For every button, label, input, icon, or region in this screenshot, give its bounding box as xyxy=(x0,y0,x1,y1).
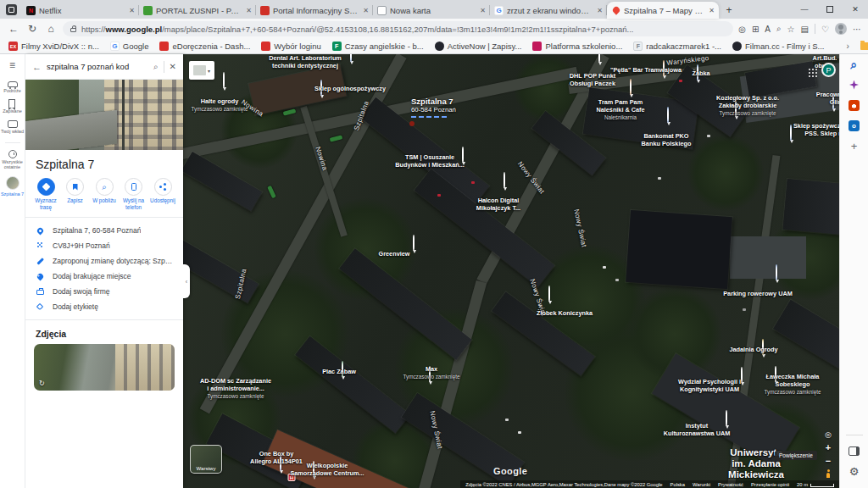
account-avatar[interactable]: P xyxy=(821,63,836,77)
street-view-photo[interactable] xyxy=(25,80,183,150)
search-icon[interactable]: ⌕ xyxy=(153,62,159,72)
search-back-icon[interactable]: ← xyxy=(32,62,42,72)
poi-label-dhl-pop-punkt[interactable]: DHL POP PunktObsługi Paczek xyxy=(570,73,615,88)
bookmark-item[interactable]: Filman.cc - Filmy i S... xyxy=(732,42,824,51)
poi-label-plac-zabaw[interactable]: Plac Zabaw xyxy=(322,369,356,376)
poi-label-laweczka-sobeskiego[interactable]: Ławeczka MichałaSobeskiegoTymczasowo zam… xyxy=(765,374,821,395)
poi-label-pracownia-ceramiczna[interactable]: Pracownia ceramicznaGliniana Kula xyxy=(816,92,839,107)
action-nearby[interactable]: ⌕W pobliżu xyxy=(91,178,118,210)
copilot-button[interactable] xyxy=(845,76,864,93)
add-to-sidebar-button[interactable]: + xyxy=(845,137,864,154)
poi-label-kozieglowy[interactable]: Koziegłowy Sp. z o.o.Zakłady drobiarskie… xyxy=(716,95,779,116)
poi-pin-parking-rowerowy-uam[interactable] xyxy=(776,265,779,285)
url-field[interactable]: https://www.google.pl/maps/place/Szpital… xyxy=(63,21,733,36)
zoom-icon[interactable]: ⌕ xyxy=(776,24,782,34)
tab-close-icon[interactable]: ✕ xyxy=(480,7,486,14)
minimize-button[interactable]: — xyxy=(792,5,817,14)
tab-actions-menu-button[interactable] xyxy=(0,0,22,19)
bookmark-item[interactable]: Wybór loginu xyxy=(261,42,320,51)
bookmarks-overflow-icon[interactable]: › xyxy=(846,42,849,51)
action-directions[interactable]: Wyznacz trasę xyxy=(32,178,59,210)
rail-item-contrib[interactable]: Twój wkład xyxy=(1,120,24,134)
poi-label-instytut-kulturoznawstwa[interactable]: InstytutKulturoznawstwa UAM xyxy=(664,423,731,438)
poi-label-zabka[interactable]: Żabka xyxy=(692,70,709,78)
poi-pin-dental-art[interactable] xyxy=(350,54,353,66)
poi-label-tram-pam-pam[interactable]: Tram Pam PamNaleśniki & CafeNaleśnikarni… xyxy=(596,99,644,120)
bookmark-item[interactable]: Platforma szkolenio... xyxy=(532,42,622,51)
attribution-link[interactable]: Warunki xyxy=(693,482,710,487)
zoom-in-button[interactable]: + xyxy=(821,442,836,452)
poi-label-jadalnia-ogrody[interactable]: Jadalnia Ogrody xyxy=(729,347,777,354)
browser-tab[interactable]: Portal Informacyjny Sądu✕ xyxy=(256,2,373,19)
poi-label-spolem-pss[interactable]: Sklep spożywczy SpołemPSS. Sklep nr 190 xyxy=(793,123,839,138)
bookmark-item[interactable]: EXFilmy XviD/DivX :: n... xyxy=(8,42,99,51)
bookmark-item[interactable]: Fradcakaczmarek1 -... xyxy=(633,42,721,51)
rail-item-recent[interactable]: Wszystkie ostatnie xyxy=(0,150,25,170)
open-sidebar-panel-button[interactable] xyxy=(845,442,864,459)
action-share[interactable]: Udostępnij xyxy=(149,178,176,210)
poi-label-max[interactable]: MaxTymczasowo zamknięte xyxy=(403,366,460,380)
bookmark-item[interactable]: FCzasy angielskie - b... xyxy=(332,42,424,51)
detail-row[interactable]: Dodaj etykietę xyxy=(25,299,183,314)
zoom-out-button[interactable]: − xyxy=(821,456,836,466)
poi-pin-halte-ogrody[interactable] xyxy=(223,73,226,92)
bookmark-item[interactable]: eDoręczenia - Dash... xyxy=(159,42,250,51)
attribution-link[interactable]: Prywatność xyxy=(718,482,743,487)
tab-close-icon[interactable]: ✕ xyxy=(363,7,369,14)
rail-recent-place[interactable]: Szpitalna 7 xyxy=(1,176,24,197)
place-photo-thumbnail[interactable]: ↻ xyxy=(34,344,175,391)
search-clear-icon[interactable]: ✕ xyxy=(170,62,176,71)
bookmark-item[interactable]: ActiveNow | Zapisy... xyxy=(435,42,522,51)
refresh-icon[interactable]: ↻ xyxy=(25,23,39,35)
other-favorites-button[interactable]: Inne ulubione xyxy=(860,42,868,51)
detail-row[interactable]: Zaproponuj zmianę dotyczącą: Szpitalna 7 xyxy=(25,253,183,269)
back-icon[interactable]: ← xyxy=(7,23,20,35)
poi-label-zlobek-koniczynka[interactable]: Żłobek Koniczynka xyxy=(537,310,593,318)
detail-row[interactable]: CV8J+9H Poznań xyxy=(25,238,183,253)
browser-tab[interactable]: NNetflix✕ xyxy=(22,2,139,19)
search-input[interactable] xyxy=(47,62,148,71)
poi-label-greenview[interactable]: Greenview xyxy=(379,251,410,258)
poi-label-petla-bar-tramwajowa[interactable]: "Pętla" Bar Tramwajowa xyxy=(610,67,682,75)
send-to-device-icon[interactable]: ◎ xyxy=(738,25,746,34)
poi-pin-zlobek-koniczynka[interactable] xyxy=(548,286,552,306)
tab-close-icon[interactable]: ✕ xyxy=(709,7,715,14)
outlook-button[interactable]: o xyxy=(845,117,864,134)
detail-row[interactable]: Dodaj brakujące miejsce xyxy=(25,269,183,284)
maximize-button[interactable] xyxy=(826,6,833,13)
browser-essentials-icon[interactable]: ♡ xyxy=(821,25,829,34)
rail-item-commute[interactable]: Podróże xyxy=(3,80,21,93)
poi-pin-bankomat-pko[interactable] xyxy=(667,108,670,127)
map-canvas[interactable]: ▾ ‹ P Warstwy Google Powiększenie ◎ + − … xyxy=(183,54,839,488)
poi-pin-tram-pam-pam[interactable] xyxy=(630,80,633,99)
browser-tab[interactable]: Gzrzut z ekranu windows - S:✕ xyxy=(490,2,607,19)
poi-label-sklep-ogolnospozywczy[interactable]: Sklep ogólnospożywczy xyxy=(314,86,386,93)
action-bookmark[interactable]: Zapisz xyxy=(62,178,89,210)
tab-close-icon[interactable]: ✕ xyxy=(129,7,135,14)
tab-close-icon[interactable]: ✕ xyxy=(246,7,252,14)
sidebar-search-button[interactable]: ⌕ xyxy=(845,56,864,73)
my-location-button[interactable]: ◎ xyxy=(821,430,836,439)
panel-collapse-button[interactable]: ‹ xyxy=(183,264,190,298)
attribution-link[interactable]: Polska xyxy=(670,482,685,487)
action-phone[interactable]: Wyślij na telefon xyxy=(120,178,147,210)
poi-pin-halcon-digital[interactable] xyxy=(504,173,507,192)
office-button[interactable] xyxy=(845,97,864,114)
poi-label-wydzial-psychologii[interactable]: Wydział Psychologii iKognitywistyki UAM xyxy=(678,379,741,394)
favorites-icon[interactable]: ☆ xyxy=(787,25,795,34)
poi-label-halte-ogrody[interactable]: Halte ogrodyTymczasowo zamknięte xyxy=(192,98,248,112)
layers-button[interactable]: Warstwy xyxy=(190,445,222,474)
poi-label-tsm-osuszanie[interactable]: TSM | OsuszanieBudynków i Mieszkań... xyxy=(395,154,465,169)
map-inset-toggle[interactable]: ▾ xyxy=(189,61,214,80)
browser-tab[interactable]: Nowa karta✕ xyxy=(373,2,490,19)
poi-label-dental-art[interactable]: Dental Art. Laboratoriumtechniki dentyst… xyxy=(269,55,342,70)
poi-pin-wydzial-psychologii[interactable] xyxy=(741,368,744,387)
sidebar-settings-button[interactable]: ⚙ xyxy=(845,463,864,480)
attribution-link[interactable]: Przesyłanie opinii xyxy=(751,482,789,487)
menu-icon[interactable]: ≡ xyxy=(9,59,15,71)
detail-row[interactable]: Szpitalna 7, 60-584 Poznań xyxy=(25,223,183,238)
rail-item-saved[interactable]: Zapisane xyxy=(3,99,22,114)
pegman-icon[interactable] xyxy=(826,469,831,478)
bookmark-item[interactable]: GGoogle xyxy=(110,42,149,51)
browser-tab[interactable]: PORTAL ZUSNPI - PANEL Pł✕ xyxy=(139,2,256,19)
